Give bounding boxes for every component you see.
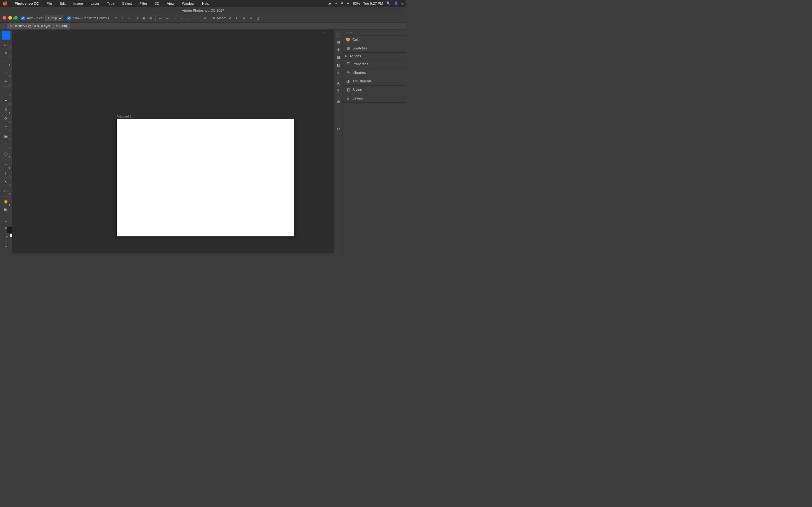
tool-pen[interactable]: ✑: [2, 160, 10, 169]
strip-settings-icon[interactable]: ⚙: [335, 125, 342, 132]
menu-file[interactable]: File: [44, 2, 54, 5]
tool-clone[interactable]: ⊗: [2, 106, 10, 114]
distribute-vert-center[interactable]: ⇥: [165, 15, 170, 21]
menu-view[interactable]: View: [165, 2, 176, 5]
align-vertical-centers[interactable]: ⊥: [120, 15, 125, 21]
align-bottom-edges[interactable]: ⊢: [127, 15, 133, 21]
menu-type[interactable]: Type: [105, 2, 116, 5]
panel-arrows-icon[interactable]: »: [16, 31, 18, 34]
align-to-selection[interactable]: ⊕: [202, 15, 208, 21]
distribute-left[interactable]: ↕: [179, 15, 184, 21]
strip-para-icon[interactable]: ¶: [335, 88, 342, 95]
3d-mode-label: 3D Mode:: [212, 16, 226, 20]
panel-libraries[interactable]: ◎ Libraries: [343, 68, 406, 77]
default-colors-icon[interactable]: ⊞: [6, 236, 8, 239]
panel-swatches[interactable]: ▦ Swatches: [343, 44, 406, 53]
tool-zoom[interactable]: 🔍: [2, 206, 10, 215]
menu-filter[interactable]: Filter: [138, 2, 149, 5]
tool-move[interactable]: ✛: [2, 31, 10, 40]
tool-quick-select[interactable]: ⊹: [2, 58, 10, 66]
menu-image[interactable]: Image: [71, 2, 85, 5]
apple-menu[interactable]: 🍎: [3, 1, 8, 6]
window-controls[interactable]: [3, 16, 18, 20]
menu-help[interactable]: Help: [200, 2, 211, 5]
user-icon[interactable]: 👤: [394, 1, 398, 5]
auto-select-checkbox[interactable]: [21, 16, 25, 20]
tool-lasso[interactable]: ⌗: [2, 49, 10, 57]
tool-history-brush[interactable]: ⟳: [2, 114, 10, 123]
strip-color-icon[interactable]: ⬛: [335, 31, 342, 38]
document-tab[interactable]: × Untitled-1 @ 100% (Layer 1, RGB/8#): [7, 23, 70, 30]
3d-scale[interactable]: ◎: [255, 15, 261, 21]
maximize-button[interactable]: [14, 16, 18, 20]
tool-text[interactable]: T: [2, 169, 10, 178]
3d-pan[interactable]: ↻: [235, 15, 240, 21]
distribute-top[interactable]: ⇤: [158, 15, 163, 21]
doc-close-icon[interactable]: ×: [10, 24, 12, 28]
distribute-bottom[interactable]: ↔: [171, 15, 177, 21]
quick-mask-button[interactable]: ⊡: [2, 241, 10, 250]
panel-collapse-icon[interactable]: ×: [2, 25, 5, 28]
align-left-edges[interactable]: ⊣: [134, 15, 140, 21]
auto-select-dropdown[interactable]: Group: [45, 15, 63, 21]
panel-arrange-icon[interactable]: ≡: [345, 31, 349, 35]
strip-grid-icon[interactable]: ⊞: [335, 39, 342, 46]
tool-shape[interactable]: ▭: [2, 187, 10, 195]
tool-healing[interactable]: ⊕: [2, 88, 10, 96]
menu-window[interactable]: Window: [180, 2, 196, 5]
tool-brush[interactable]: ✒: [2, 97, 10, 105]
tool-eyedropper[interactable]: ✏: [2, 77, 10, 86]
menu-layer[interactable]: Layer: [89, 2, 101, 5]
tool-crop[interactable]: ⌗: [2, 68, 10, 77]
foreground-color-swatch[interactable]: [7, 227, 12, 234]
screen-mode-button[interactable]: ▭: [2, 250, 10, 253]
panel-properties[interactable]: ☰ Properties: [343, 60, 406, 68]
app-menu-photoshop[interactable]: Photoshop CC: [13, 2, 41, 5]
list-icon[interactable]: ≡: [402, 2, 403, 5]
right-panels: ≡ « 🎨 Color ▦ Swatches Actions ☰ Propert…: [343, 30, 406, 253]
tool-gradient[interactable]: ▣: [2, 132, 10, 140]
strip-text-align-icon[interactable]: A: [335, 80, 342, 87]
tool-arrow-indicator: [9, 138, 10, 140]
swap-colors-icon[interactable]: ⇌: [5, 226, 7, 229]
strip-adjustment-icon[interactable]: ◧: [335, 61, 342, 68]
tool-separator-3: [2, 159, 10, 159]
align-horizontal-centers[interactable]: ⊞: [141, 15, 147, 21]
show-transform-checkbox[interactable]: [67, 16, 71, 20]
strip-layers2-icon[interactable]: ⊟: [335, 54, 342, 61]
minimize-button[interactable]: [8, 16, 12, 20]
menu-edit[interactable]: Edit: [58, 2, 67, 5]
distribute-horiz-center[interactable]: ⇌: [186, 15, 191, 21]
menu-3d[interactable]: 3D: [153, 2, 161, 5]
3d-orbit[interactable]: ↺: [227, 15, 233, 21]
3d-dolly[interactable]: ⊕: [241, 15, 247, 21]
panel-color[interactable]: 🎨 Color: [343, 36, 406, 44]
strip-tune-icon[interactable]: ≡: [335, 69, 342, 76]
fg-bg-color-swatch[interactable]: ⇌ ⊞: [5, 226, 8, 239]
tool-marquee[interactable]: ⬚: [2, 40, 10, 49]
menu-select[interactable]: Select: [120, 2, 134, 5]
tool-dodge[interactable]: ◯: [2, 150, 10, 158]
distribute-right[interactable]: ⇋: [193, 15, 198, 21]
panel-right-close[interactable]: ×: [318, 31, 320, 34]
tool-separator-4: [2, 196, 10, 196]
strip-transform-icon[interactable]: ⊕: [335, 98, 342, 105]
panel-actions[interactable]: Actions: [343, 53, 406, 60]
panel-adjustments[interactable]: ◑ Adjustments: [343, 77, 406, 86]
tool-path-select[interactable]: ↖: [2, 178, 10, 186]
3d-slide[interactable]: ⊗: [248, 15, 254, 21]
panel-layers[interactable]: ⊞ Layers: [343, 94, 406, 103]
tool-eraser[interactable]: ◻: [2, 123, 10, 131]
panel-collapse-icon[interactable]: «: [349, 31, 353, 35]
panel-right-arrows[interactable]: »: [323, 31, 325, 34]
close-button[interactable]: [3, 16, 6, 20]
align-top-edges[interactable]: ⊤: [113, 15, 119, 21]
align-right-edges[interactable]: ⊟: [148, 15, 154, 21]
panel-close-icon[interactable]: ×: [13, 31, 14, 34]
search-icon[interactable]: 🔍: [386, 1, 391, 5]
panel-styles[interactable]: ◧ Styles: [343, 86, 406, 94]
strip-snowflake-icon[interactable]: ❄: [335, 46, 342, 53]
tool-hand[interactable]: ✋: [2, 198, 10, 206]
more-tools-button[interactable]: •••: [2, 217, 10, 226]
tool-blur[interactable]: ⊙: [2, 141, 10, 149]
